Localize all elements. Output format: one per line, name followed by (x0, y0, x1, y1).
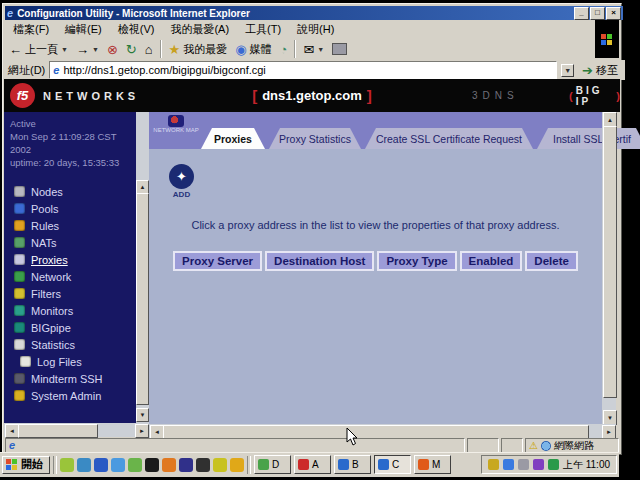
sidebar-scrollbar[interactable]: ▲ ▼ (136, 112, 149, 423)
sidebar-item-label: System Admin (31, 390, 101, 402)
sidebar-item-rules[interactable]: Rules (4, 217, 136, 234)
filters-icon (14, 288, 25, 299)
scroll-down-icon[interactable]: ▼ (136, 408, 149, 422)
taskbar-button-label: C (392, 459, 399, 470)
scrollbar-thumb[interactable] (603, 126, 617, 398)
quicklaunch-icon-11[interactable] (230, 458, 244, 472)
desktop-screen: e Configuration Utility - Microsoft Inte… (0, 0, 640, 480)
print-button[interactable] (328, 41, 351, 57)
tab-proxies[interactable]: Proxies (201, 128, 265, 149)
tray-app-icon-2[interactable] (548, 459, 559, 470)
maximize-button[interactable]: □ (590, 7, 605, 20)
quicklaunch-icon-10[interactable] (213, 458, 227, 472)
taskbar-window-button-4-active[interactable]: C (374, 455, 411, 474)
scroll-left-icon[interactable]: ◄ (5, 424, 19, 438)
sidebar-item-statistics[interactable]: Statistics (4, 336, 136, 353)
forward-button[interactable]: → ▼ (72, 41, 103, 58)
sidebar-item-proxies[interactable]: Proxies (4, 251, 136, 268)
taskbar-window-button-1[interactable]: D (254, 455, 291, 474)
product-bigip-label[interactable]: BIG IP (576, 85, 614, 107)
scroll-up-icon[interactable]: ▲ (603, 112, 617, 127)
title-bar[interactable]: e Configuration Utility - Microsoft Inte… (5, 6, 623, 20)
sidebar-item-bigpipe[interactable]: BIGpipe (4, 319, 136, 336)
sidebar-item-filters[interactable]: Filters (4, 285, 136, 302)
taskbar-clock[interactable]: 上午 11:00 (563, 458, 610, 472)
scroll-down-icon[interactable]: ▼ (603, 410, 617, 425)
minimize-button[interactable]: _ (574, 7, 589, 20)
sidebar-item-nats[interactable]: NATs (4, 234, 136, 251)
favorites-icon: ★ (169, 43, 181, 56)
go-button[interactable]: ➔ 移至 (578, 61, 622, 80)
app-icon (298, 459, 309, 470)
status-pane (501, 438, 523, 453)
start-button[interactable]: 開始 (2, 456, 50, 474)
menu-view[interactable]: 檢視(V) (110, 20, 163, 39)
column-header-proxy-server[interactable]: Proxy Server (173, 251, 262, 271)
stop-button[interactable]: ⊗ (103, 41, 122, 58)
favorites-button[interactable]: ★ 我的最愛 (165, 40, 232, 59)
column-header-enabled[interactable]: Enabled (460, 251, 523, 271)
sidebar-item-nodes[interactable]: Nodes (4, 183, 136, 200)
back-button[interactable]: ← 上一頁 ▼ (5, 40, 72, 59)
tab-create-ssl-certificate-request[interactable]: Create SSL Certificate Request (365, 128, 533, 149)
column-header-destination-host[interactable]: Destination Host (265, 251, 374, 271)
close-button[interactable]: × (606, 7, 621, 20)
scrollbar-thumb[interactable] (18, 424, 98, 438)
address-dropdown-icon[interactable]: ▼ (561, 64, 574, 77)
mouse-cursor (346, 428, 359, 446)
quicklaunch-icon-7[interactable] (162, 458, 176, 472)
sidebar-scrollbar-horizontal[interactable]: ◄ ► (4, 423, 149, 437)
address-input[interactable]: e http://dns1.getop.com/bigipgui/bigconf… (49, 61, 557, 79)
menu-edit[interactable]: 編輯(E) (57, 20, 110, 39)
taskbar-window-button-2[interactable]: A (294, 455, 331, 474)
tray-app-icon[interactable] (533, 459, 544, 470)
add-proxy-button[interactable]: ✦ (169, 164, 194, 189)
sidebar-item-monitors[interactable]: Monitors (4, 302, 136, 319)
quicklaunch-icon-3[interactable] (94, 458, 108, 472)
sidebar-item-mindterm-ssh[interactable]: Mindterm SSH (4, 370, 136, 387)
quicklaunch-icon-9[interactable] (196, 458, 210, 472)
unit-status: Active (10, 117, 136, 130)
taskbar-window-button-3[interactable]: B (334, 455, 371, 474)
display-icon[interactable] (518, 459, 529, 470)
quicklaunch-icon-8[interactable] (179, 458, 193, 472)
scrollbar-thumb[interactable] (163, 425, 589, 439)
messenger-icon[interactable] (503, 459, 514, 470)
mail-button[interactable]: ✉ ▼ (299, 41, 328, 58)
quicklaunch-icon-1[interactable] (60, 458, 74, 472)
scroll-up-icon[interactable]: ▲ (136, 180, 149, 194)
quicklaunch-icon-5[interactable] (128, 458, 142, 472)
scroll-right-icon[interactable]: ► (135, 424, 149, 438)
product-3dns-label[interactable]: 3DNS (472, 90, 519, 101)
tab-install-ssl-certificate[interactable]: Install SSL Certif (537, 128, 640, 149)
column-header-delete[interactable]: Delete (525, 251, 578, 271)
quicklaunch-icon-6[interactable] (145, 458, 159, 472)
menu-tools[interactable]: 工具(T) (237, 20, 289, 39)
content-scrollbar-horizontal[interactable]: ◄ ► (149, 424, 616, 438)
tab-label: Proxies (214, 133, 252, 145)
menu-help[interactable]: 說明(H) (289, 20, 342, 39)
scroll-left-icon[interactable]: ◄ (150, 425, 164, 439)
content-scrollbar-vertical[interactable]: ▲ ▼ (602, 112, 616, 424)
home-button[interactable]: ⌂ (141, 41, 157, 58)
quicklaunch-icon-4[interactable] (111, 458, 125, 472)
menu-favorites[interactable]: 我的最愛(A) (162, 20, 237, 39)
network-map-button[interactable]: NETWORK MAP (153, 115, 199, 133)
refresh-button[interactable]: ↻ (122, 41, 141, 58)
media-button[interactable]: ◉ 媒體 (231, 40, 275, 59)
history-button[interactable]: ◔ (276, 41, 292, 58)
quicklaunch-icon-2[interactable] (77, 458, 91, 472)
go-icon: ➔ (582, 64, 593, 77)
menu-file[interactable]: 檔案(F) (5, 20, 57, 39)
media-icon: ◉ (235, 43, 246, 56)
sidebar-item-network[interactable]: Network (4, 268, 136, 285)
sidebar-item-log-files[interactable]: Log Files (4, 353, 136, 370)
scroll-right-icon[interactable]: ► (602, 425, 616, 439)
sidebar-item-system-admin[interactable]: System Admin (4, 387, 136, 404)
volume-icon[interactable] (488, 459, 499, 470)
sidebar-item-pools[interactable]: Pools (4, 200, 136, 217)
taskbar-window-button-5[interactable]: M (414, 455, 451, 474)
column-header-proxy-type[interactable]: Proxy Type (377, 251, 456, 271)
scrollbar-thumb[interactable] (136, 193, 149, 405)
tab-proxy-statistics[interactable]: Proxy Statistics (269, 128, 361, 149)
